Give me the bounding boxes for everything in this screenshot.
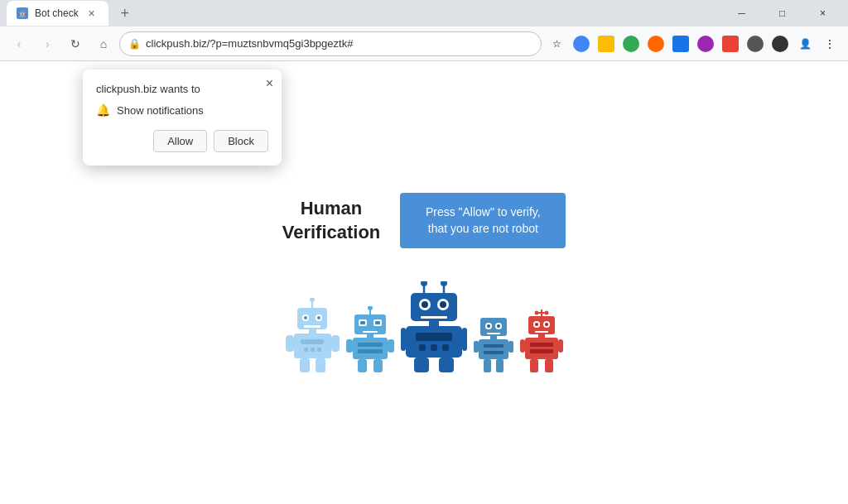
svg-rect-63 [484,351,504,354]
tab-title: Bot check [35,7,79,19]
page-content: × clickpush.biz wants to 🔔 Show notifica… [0,61,848,504]
reload-button[interactable]: ↻ [63,31,88,56]
svg-rect-46 [416,333,452,341]
svg-rect-10 [301,339,324,344]
svg-point-70 [534,311,538,315]
popup-title: clickpush.biz wants to [96,83,268,95]
robot-4 [474,313,513,372]
svg-rect-29 [358,349,383,353]
svg-rect-15 [331,335,340,352]
home-button[interactable]: ⌂ [91,31,116,56]
ext-icon-2[interactable] [595,32,618,55]
svg-rect-66 [484,359,491,372]
svg-rect-53 [439,358,454,372]
svg-rect-16 [300,358,310,372]
svg-rect-14 [286,335,294,352]
svg-rect-31 [388,339,394,353]
svg-rect-28 [358,343,383,347]
svg-point-6 [317,316,320,319]
svg-point-41 [422,301,428,308]
svg-rect-62 [484,344,504,348]
svg-rect-25 [363,331,378,333]
svg-rect-59 [487,333,500,334]
ext-icon-6[interactable] [694,32,717,55]
robot-3 [401,281,467,372]
svg-rect-67 [496,359,504,372]
lock-icon: 🔒 [128,38,141,50]
popup-close-button[interactable]: × [266,76,273,91]
maximize-button[interactable]: □ [764,0,801,26]
svg-rect-47 [419,344,426,351]
notification-row: 🔔 Show notifications [96,103,268,117]
svg-point-19 [368,306,373,310]
forward-button[interactable]: › [35,31,60,56]
svg-rect-51 [462,328,467,351]
ext-icon-3[interactable] [619,32,643,55]
svg-rect-30 [346,339,353,353]
ext-icon-8[interactable] [744,32,767,55]
svg-rect-48 [431,344,437,351]
svg-point-76 [545,323,548,326]
verification-section: HumanVerification Press "Allow" to verif… [282,193,566,248]
svg-rect-23 [360,321,365,324]
url-bar[interactable]: 🔒 clickpush.biz/?p=muztsnbvmq5gi3bpgeztk… [119,31,542,56]
title-bar-left: 🤖 Bot check × + [7,1,137,26]
ext-icon-4[interactable] [644,32,667,55]
svg-rect-65 [508,341,513,353]
minimize-button[interactable]: ─ [723,0,760,26]
address-bar: ‹ › ↻ ⌂ 🔒 clickpush.biz/?p=muztsnbvmq5gi… [0,26,848,61]
svg-point-35 [421,281,427,286]
svg-point-42 [440,301,446,308]
ext-icon-9[interactable] [768,32,792,55]
svg-point-71 [544,311,548,315]
ext-icon-7[interactable] [719,32,742,55]
svg-rect-9 [294,334,331,358]
svg-rect-61 [479,339,508,359]
star-button[interactable]: ☆ [545,32,568,55]
svg-point-1 [310,298,315,302]
robot-5 [520,308,563,372]
back-button[interactable]: ‹ [7,31,31,56]
svg-rect-49 [442,344,449,351]
svg-rect-43 [421,316,447,319]
tab-close-button[interactable]: × [85,7,99,20]
svg-rect-79 [525,338,558,359]
more-button[interactable]: ⋮ [818,32,841,55]
svg-point-57 [487,324,490,328]
robot-1 [286,298,340,372]
svg-point-58 [497,324,500,328]
svg-rect-77 [535,331,548,333]
ext-icon-1[interactable] [570,32,593,55]
svg-rect-24 [375,321,380,324]
browser-tab[interactable]: 🤖 Bot check × [7,1,108,26]
toolbar-icons: ☆ 👤 ⋮ [545,32,841,55]
svg-rect-81 [530,349,553,353]
popup-buttons: Allow Block [96,130,268,152]
svg-rect-52 [414,358,429,372]
svg-rect-64 [474,341,479,353]
svg-rect-32 [358,359,367,372]
svg-rect-7 [304,325,320,328]
svg-point-37 [441,281,447,286]
profile-button[interactable]: 👤 [793,32,817,55]
ext-icon-5[interactable] [669,32,692,55]
notification-label: Show notifications [117,104,204,117]
svg-point-5 [304,316,307,319]
bell-icon: 🔔 [96,103,110,117]
verification-title: HumanVerification [282,197,381,244]
verification-button[interactable]: Press "Allow" to verify, that you are no… [400,193,566,248]
new-tab-button[interactable]: + [113,2,137,25]
svg-rect-45 [406,326,462,358]
svg-rect-80 [530,343,553,347]
svg-rect-17 [316,358,325,372]
svg-rect-82 [520,339,525,353]
block-button[interactable]: Block [214,130,268,152]
svg-rect-12 [311,348,315,352]
allow-button[interactable]: Allow [153,130,207,152]
svg-rect-85 [545,359,553,372]
robots-section [286,281,563,372]
svg-rect-11 [304,348,308,352]
url-text: clickpush.biz/?p=muztsnbvmq5gi3bpgeztk# [146,37,353,50]
svg-rect-84 [530,359,538,372]
close-window-button[interactable]: × [804,0,841,26]
